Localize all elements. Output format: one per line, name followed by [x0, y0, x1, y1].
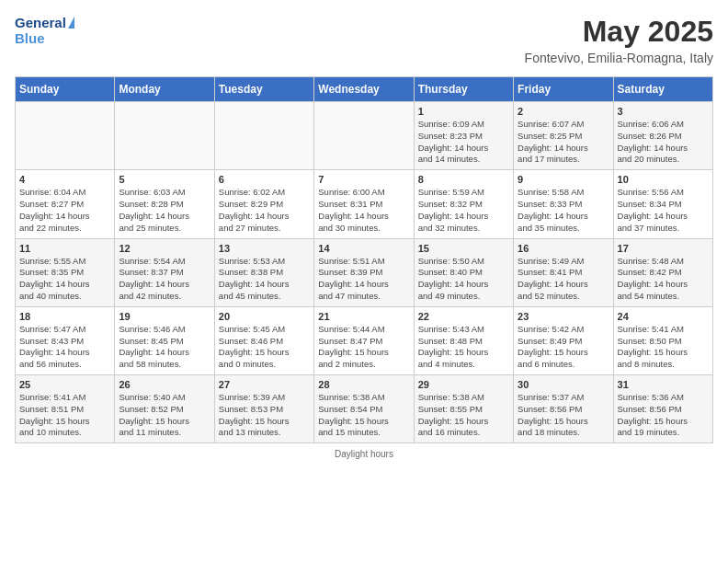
footer-text: Daylight hours [335, 449, 393, 459]
day-number: 16 [518, 243, 609, 254]
page-header: General Blue May 2025 Fontevivo, Emilia-… [15, 15, 713, 65]
calendar-cell: 24Sunrise: 5:41 AM Sunset: 8:50 PM Dayli… [613, 306, 712, 374]
logo-triangle-icon [68, 17, 74, 29]
day-info: Sunrise: 5:41 AM Sunset: 8:51 PM Dayligh… [19, 392, 110, 439]
calendar-cell: 8Sunrise: 5:59 AM Sunset: 8:32 PM Daylig… [414, 170, 513, 238]
calendar-table: SundayMondayTuesdayWednesdayThursdayFrid… [15, 76, 713, 443]
calendar-cell: 18Sunrise: 5:47 AM Sunset: 8:43 PM Dayli… [16, 306, 115, 374]
day-info: Sunrise: 6:07 AM Sunset: 8:25 PM Dayligh… [518, 119, 609, 166]
day-number: 30 [518, 379, 609, 390]
header-day: Sunday [16, 77, 115, 102]
calendar-cell: 16Sunrise: 5:49 AM Sunset: 8:41 PM Dayli… [514, 238, 613, 306]
day-number: 13 [219, 243, 310, 254]
calendar-cell [214, 102, 313, 170]
day-number: 12 [119, 243, 210, 254]
calendar-cell: 23Sunrise: 5:42 AM Sunset: 8:49 PM Dayli… [514, 306, 613, 374]
header-row: SundayMondayTuesdayWednesdayThursdayFrid… [16, 77, 713, 102]
day-number: 18 [19, 311, 110, 322]
day-info: Sunrise: 5:59 AM Sunset: 8:32 PM Dayligh… [418, 187, 509, 234]
day-number: 5 [119, 174, 210, 185]
calendar-cell: 17Sunrise: 5:48 AM Sunset: 8:42 PM Dayli… [613, 238, 712, 306]
day-number: 15 [418, 243, 509, 254]
day-number: 28 [318, 379, 409, 390]
calendar-week-row: 11Sunrise: 5:55 AM Sunset: 8:35 PM Dayli… [16, 238, 713, 306]
day-info: Sunrise: 5:39 AM Sunset: 8:53 PM Dayligh… [219, 392, 310, 439]
calendar-body: 1Sunrise: 6:09 AM Sunset: 8:23 PM Daylig… [16, 102, 713, 443]
day-number: 24 [618, 311, 709, 322]
day-info: Sunrise: 5:43 AM Sunset: 8:48 PM Dayligh… [418, 324, 509, 371]
day-info: Sunrise: 5:40 AM Sunset: 8:52 PM Dayligh… [119, 392, 210, 439]
day-info: Sunrise: 5:38 AM Sunset: 8:54 PM Dayligh… [318, 392, 409, 439]
calendar-cell: 15Sunrise: 5:50 AM Sunset: 8:40 PM Dayli… [414, 238, 513, 306]
header-day: Thursday [414, 77, 513, 102]
day-info: Sunrise: 5:51 AM Sunset: 8:39 PM Dayligh… [318, 256, 409, 303]
calendar-cell: 3Sunrise: 6:06 AM Sunset: 8:26 PM Daylig… [613, 102, 712, 170]
calendar-cell: 28Sunrise: 5:38 AM Sunset: 8:54 PM Dayli… [314, 375, 414, 443]
day-info: Sunrise: 5:55 AM Sunset: 8:35 PM Dayligh… [19, 256, 110, 303]
day-info: Sunrise: 5:49 AM Sunset: 8:41 PM Dayligh… [518, 256, 609, 303]
footer: Daylight hours [15, 449, 713, 459]
calendar-week-row: 25Sunrise: 5:41 AM Sunset: 8:51 PM Dayli… [16, 375, 713, 443]
day-info: Sunrise: 6:00 AM Sunset: 8:31 PM Dayligh… [318, 187, 409, 234]
calendar-cell: 5Sunrise: 6:03 AM Sunset: 8:28 PM Daylig… [115, 170, 214, 238]
calendar-week-row: 18Sunrise: 5:47 AM Sunset: 8:43 PM Dayli… [16, 306, 713, 374]
day-info: Sunrise: 5:41 AM Sunset: 8:50 PM Dayligh… [618, 324, 709, 371]
day-info: Sunrise: 5:53 AM Sunset: 8:38 PM Dayligh… [219, 256, 310, 303]
day-info: Sunrise: 5:46 AM Sunset: 8:45 PM Dayligh… [119, 324, 210, 371]
calendar-cell [314, 102, 414, 170]
header-day: Friday [514, 77, 613, 102]
calendar-cell: 12Sunrise: 5:54 AM Sunset: 8:37 PM Dayli… [115, 238, 214, 306]
day-info: Sunrise: 6:04 AM Sunset: 8:27 PM Dayligh… [19, 187, 110, 234]
day-number: 4 [19, 174, 110, 185]
main-title: May 2025 [525, 15, 713, 49]
calendar-cell: 25Sunrise: 5:41 AM Sunset: 8:51 PM Dayli… [16, 375, 115, 443]
day-info: Sunrise: 6:03 AM Sunset: 8:28 PM Dayligh… [119, 187, 210, 234]
calendar-cell: 13Sunrise: 5:53 AM Sunset: 8:38 PM Dayli… [214, 238, 313, 306]
calendar-cell: 14Sunrise: 5:51 AM Sunset: 8:39 PM Dayli… [314, 238, 414, 306]
calendar-week-row: 4Sunrise: 6:04 AM Sunset: 8:27 PM Daylig… [16, 170, 713, 238]
calendar-cell: 21Sunrise: 5:44 AM Sunset: 8:47 PM Dayli… [314, 306, 414, 374]
calendar-header: SundayMondayTuesdayWednesdayThursdayFrid… [16, 77, 713, 102]
calendar-cell: 9Sunrise: 5:58 AM Sunset: 8:33 PM Daylig… [514, 170, 613, 238]
day-info: Sunrise: 5:44 AM Sunset: 8:47 PM Dayligh… [318, 324, 409, 371]
day-info: Sunrise: 6:02 AM Sunset: 8:29 PM Dayligh… [219, 187, 310, 234]
calendar-cell: 11Sunrise: 5:55 AM Sunset: 8:35 PM Dayli… [16, 238, 115, 306]
logo-general-text: General [15, 15, 66, 30]
calendar-cell: 31Sunrise: 5:36 AM Sunset: 8:56 PM Dayli… [613, 375, 712, 443]
day-info: Sunrise: 5:38 AM Sunset: 8:55 PM Dayligh… [418, 392, 509, 439]
day-info: Sunrise: 5:37 AM Sunset: 8:56 PM Dayligh… [518, 392, 609, 439]
day-number: 22 [418, 311, 509, 322]
day-number: 8 [418, 174, 509, 185]
day-info: Sunrise: 5:47 AM Sunset: 8:43 PM Dayligh… [19, 324, 110, 371]
logo: General Blue [15, 15, 74, 47]
calendar-cell: 27Sunrise: 5:39 AM Sunset: 8:53 PM Dayli… [214, 375, 313, 443]
day-info: Sunrise: 6:06 AM Sunset: 8:26 PM Dayligh… [618, 119, 709, 166]
calendar-week-row: 1Sunrise: 6:09 AM Sunset: 8:23 PM Daylig… [16, 102, 713, 170]
calendar-cell: 1Sunrise: 6:09 AM Sunset: 8:23 PM Daylig… [414, 102, 513, 170]
day-number: 19 [119, 311, 210, 322]
day-number: 20 [219, 311, 310, 322]
subtitle: Fontevivo, Emilia-Romagna, Italy [525, 51, 713, 65]
calendar-cell: 29Sunrise: 5:38 AM Sunset: 8:55 PM Dayli… [414, 375, 513, 443]
day-number: 6 [219, 174, 310, 185]
day-number: 9 [518, 174, 609, 185]
header-day: Saturday [613, 77, 712, 102]
day-number: 29 [418, 379, 509, 390]
day-info: Sunrise: 5:36 AM Sunset: 8:56 PM Dayligh… [618, 392, 709, 439]
calendar-cell: 10Sunrise: 5:56 AM Sunset: 8:34 PM Dayli… [613, 170, 712, 238]
calendar-cell: 26Sunrise: 5:40 AM Sunset: 8:52 PM Dayli… [115, 375, 214, 443]
calendar-cell: 22Sunrise: 5:43 AM Sunset: 8:48 PM Dayli… [414, 306, 513, 374]
day-number: 25 [19, 379, 110, 390]
calendar-cell [16, 102, 115, 170]
day-info: Sunrise: 5:50 AM Sunset: 8:40 PM Dayligh… [418, 256, 509, 303]
header-day: Wednesday [314, 77, 414, 102]
day-number: 26 [119, 379, 210, 390]
calendar-cell: 19Sunrise: 5:46 AM Sunset: 8:45 PM Dayli… [115, 306, 214, 374]
day-number: 27 [219, 379, 310, 390]
day-number: 1 [418, 106, 509, 117]
day-info: Sunrise: 5:48 AM Sunset: 8:42 PM Dayligh… [618, 256, 709, 303]
calendar-cell: 30Sunrise: 5:37 AM Sunset: 8:56 PM Dayli… [514, 375, 613, 443]
day-info: Sunrise: 5:56 AM Sunset: 8:34 PM Dayligh… [618, 187, 709, 234]
day-number: 2 [518, 106, 609, 117]
calendar-cell: 4Sunrise: 6:04 AM Sunset: 8:27 PM Daylig… [16, 170, 115, 238]
